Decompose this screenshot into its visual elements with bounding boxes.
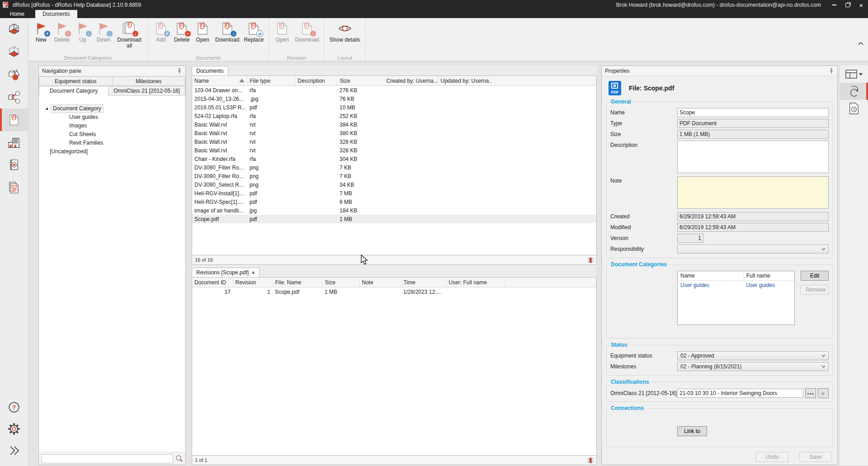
documents-table-body: 103-04 Drawer on...rfa276 KB2015-04-30_1…: [192, 86, 596, 224]
restore-button[interactable]: [841, 0, 854, 10]
documents-tab-strip: Documents: [192, 66, 597, 75]
document-row[interactable]: 2019.05.01 LS3P R...pdf10 MB: [192, 103, 596, 112]
pin-icon[interactable]: [829, 68, 834, 74]
document-row[interactable]: Chair - Kinder.rfarfa304 KB: [192, 155, 596, 163]
note-field[interactable]: [677, 176, 829, 209]
revisions-tab-strip: Revisions [Scope.pdf] ×: [192, 267, 597, 277]
equipment-status-select[interactable]: 02 - Approved: [677, 351, 829, 360]
categories-table[interactable]: Name Full name User guidesUser guides: [677, 271, 795, 325]
tab-milestones[interactable]: Milestones: [113, 76, 186, 86]
close-button[interactable]: ×: [854, 0, 868, 10]
tree-root-row[interactable]: Document Category: [39, 104, 185, 113]
show-details-button[interactable]: Show details: [327, 20, 363, 43]
document-row[interactable]: 2015-04-30_13-26....jpg76 KB: [192, 94, 596, 103]
sidebar-item-buildings[interactable]: [0, 131, 28, 154]
column-header-note[interactable]: Note: [359, 278, 401, 287]
column-header-name[interactable]: Name: [192, 76, 247, 86]
collapse-ribbon-button[interactable]: [858, 42, 863, 45]
search-icon[interactable]: [175, 455, 183, 462]
omniclass-browse-button[interactable]: ●●●: [805, 388, 816, 398]
sidebar-item-reports[interactable]: [0, 176, 28, 199]
add-document-button: Add: [151, 20, 171, 43]
documents-tab[interactable]: Documents: [192, 66, 228, 75]
sidebar-item-room-templates[interactable]: [0, 41, 28, 63]
column-header-time[interactable]: Time: [401, 278, 446, 287]
sidebar-item-product-register[interactable]: [0, 154, 28, 176]
minimize-button[interactable]: [827, 0, 841, 10]
download-all-button[interactable]: Download all: [114, 20, 145, 49]
document-row[interactable]: Basic Wall.rvtrvt380 KB: [192, 129, 596, 137]
column-header-description[interactable]: Description: [295, 76, 337, 86]
navigation-pane-title: Navigation pane: [42, 68, 177, 74]
tree-item-uncategorized[interactable]: [Uncategorized]: [39, 147, 185, 156]
column-header-rev-size[interactable]: Size: [322, 278, 359, 287]
settings-button[interactable]: [0, 418, 28, 440]
records-book-icon[interactable]: [588, 457, 594, 463]
name-field[interactable]: [677, 108, 829, 117]
menu-tab-home[interactable]: Home: [3, 10, 32, 18]
download-document-button[interactable]: Download: [213, 20, 241, 43]
document-row[interactable]: DV-3090_Select R...png34 KB: [192, 180, 596, 189]
records-book-icon[interactable]: [588, 257, 594, 263]
tree-root-label[interactable]: Document Category: [51, 104, 104, 113]
document-row[interactable]: 524-02 Laptop.rfarfa252 KB: [192, 112, 596, 120]
column-header-size[interactable]: Size: [337, 76, 384, 86]
application-window: dRofus [dRofus - dRofus Help Database] 2…: [0, 0, 868, 466]
column-header-updated-by[interactable]: Updated by: Userna...: [438, 76, 491, 86]
expand-sidebar-button[interactable]: [0, 440, 28, 461]
document-row[interactable]: Basic Wall.rvtrvt384 KB: [192, 120, 596, 129]
help-button[interactable]: ?: [0, 396, 28, 418]
link-to-button[interactable]: Link to: [677, 426, 707, 436]
sidebar-item-item-connections[interactable]: [0, 86, 28, 108]
pin-icon[interactable]: [177, 68, 182, 74]
panel-layout-icon: [845, 70, 857, 79]
delete-document-button[interactable]: Delete: [171, 20, 192, 43]
document-row[interactable]: Basic Wall.rvtrvt328 KB: [192, 137, 596, 146]
new-category-button[interactable]: New: [31, 20, 52, 43]
document-row[interactable]: DV-3090_Filter Ro...png7 KB: [192, 163, 596, 172]
tab-omniclass[interactable]: OmniClass 21 [2012-05-16]: [108, 86, 185, 96]
document-row[interactable]: DV-3090_Filter Ro...png7 KB: [192, 172, 596, 180]
sidebar-item-rooms[interactable]: [0, 18, 28, 41]
revisions-panel-button[interactable]: [840, 83, 868, 100]
revision-row[interactable]: 171Scope.pdf1 MB1/28/2023 12:...: [192, 287, 596, 297]
column-header-user[interactable]: User: Full name: [446, 278, 505, 287]
column-header-created-by[interactable]: Created by: Userna...: [384, 76, 438, 86]
search-input[interactable]: [41, 454, 173, 463]
document-download-icon: [299, 21, 315, 36]
document-row[interactable]: Basic Wall.rvtrvt328 KB: [192, 146, 596, 155]
milestones-select[interactable]: 02 - Planning (8/15/2021): [677, 362, 829, 371]
description-field[interactable]: [677, 141, 829, 173]
tab-equipment-status[interactable]: Equipment status: [39, 76, 113, 86]
menu-tab-documents[interactable]: Documents: [35, 10, 77, 18]
document-row[interactable]: Scope.pdfpdf1 MB: [192, 215, 596, 223]
column-header-file-name[interactable]: File: Name: [273, 278, 322, 287]
layout-panels-button[interactable]: [840, 66, 868, 83]
sidebar-item-documents[interactable]: [0, 108, 28, 131]
omniclass-field[interactable]: [677, 389, 803, 398]
revisions-tab[interactable]: Revisions [Scope.pdf] ×: [192, 268, 259, 277]
replace-document-button[interactable]: Replace: [241, 20, 266, 43]
tab-document-category[interactable]: Document Category: [39, 86, 108, 96]
column-header-file-type[interactable]: File type: [247, 76, 295, 86]
column-header-revision[interactable]: Revision: [233, 278, 273, 287]
close-revisions-tab-icon[interactable]: ×: [252, 268, 255, 277]
tree-item[interactable]: Images: [39, 122, 185, 130]
sidebar-item-items[interactable]: [0, 63, 28, 86]
tree-item[interactable]: Revit Families: [39, 139, 185, 147]
document-row[interactable]: image of air handli...jpg184 KB: [192, 206, 596, 215]
document-row[interactable]: 103-04 Drawer on...rfa276 KB: [192, 86, 596, 95]
omniclass-clear-button[interactable]: ×: [818, 388, 829, 398]
tree-item[interactable]: User guides: [39, 113, 185, 122]
history-panel-button[interactable]: [840, 100, 868, 117]
reports-icon: [7, 180, 21, 195]
document-row[interactable]: Heil-RGV-Install[1]...pdf7 MB: [192, 189, 596, 198]
tree-item[interactable]: Cut Sheets: [39, 130, 185, 139]
column-header-document-id[interactable]: Document ID: [192, 278, 233, 287]
responsibility-select[interactable]: [677, 245, 829, 254]
open-document-button[interactable]: Open: [192, 20, 213, 43]
tree-expander-icon[interactable]: [45, 107, 48, 110]
category-row[interactable]: User guidesUser guides: [678, 281, 794, 290]
document-row[interactable]: Heil-RGV-Spec[1]....pdf6 MB: [192, 198, 596, 206]
edit-categories-button[interactable]: Edit: [801, 271, 829, 281]
